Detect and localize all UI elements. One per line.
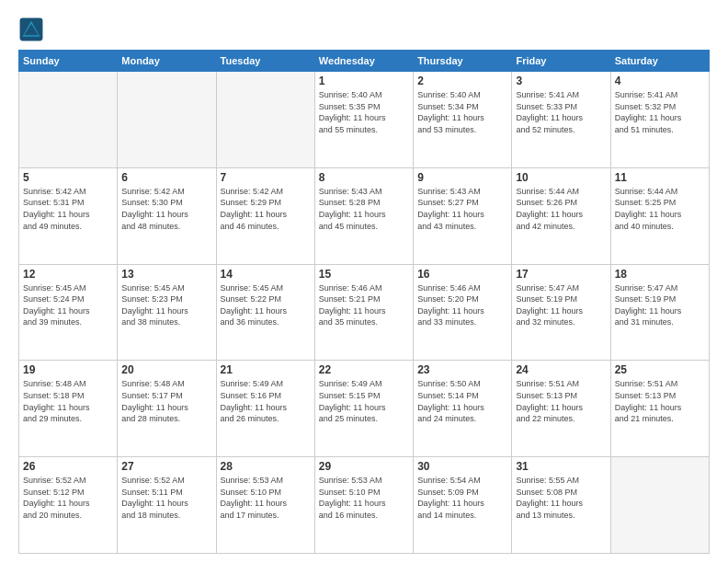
- day-info: Sunrise: 5:47 AM Sunset: 5:19 PM Dayligh…: [615, 282, 705, 328]
- day-info: Sunrise: 5:53 AM Sunset: 5:10 PM Dayligh…: [221, 475, 311, 521]
- day-number: 14: [221, 268, 311, 281]
- day-cell: 7Sunrise: 5:42 AM Sunset: 5:29 PM Daylig…: [216, 167, 314, 264]
- day-number: 13: [121, 268, 211, 281]
- day-cell: 9Sunrise: 5:43 AM Sunset: 5:27 PM Daylig…: [414, 167, 512, 264]
- day-number: 30: [417, 460, 507, 473]
- day-number: 10: [516, 171, 606, 184]
- day-info: Sunrise: 5:52 AM Sunset: 5:11 PM Dayligh…: [121, 475, 211, 521]
- day-cell: 21Sunrise: 5:49 AM Sunset: 5:16 PM Dayli…: [216, 361, 314, 457]
- weekday-header-thursday: Thursday: [414, 51, 512, 72]
- week-row-1: 5Sunrise: 5:42 AM Sunset: 5:31 PM Daylig…: [19, 167, 710, 264]
- day-cell: [610, 457, 709, 554]
- day-number: 23: [417, 363, 507, 376]
- day-cell: 28Sunrise: 5:53 AM Sunset: 5:10 PM Dayli…: [216, 457, 314, 554]
- day-cell: 6Sunrise: 5:42 AM Sunset: 5:30 PM Daylig…: [118, 167, 216, 264]
- day-number: 20: [121, 363, 211, 376]
- day-number: 22: [319, 363, 409, 376]
- day-number: 2: [417, 75, 507, 87]
- day-info: Sunrise: 5:49 AM Sunset: 5:15 PM Dayligh…: [319, 378, 409, 424]
- day-number: 15: [319, 268, 409, 281]
- weekday-header-row: SundayMondayTuesdayWednesdayThursdayFrid…: [19, 51, 710, 72]
- day-cell: 24Sunrise: 5:51 AM Sunset: 5:13 PM Dayli…: [512, 361, 610, 457]
- day-number: 27: [121, 460, 211, 473]
- weekday-header-monday: Monday: [118, 51, 216, 72]
- day-cell: 22Sunrise: 5:49 AM Sunset: 5:15 PM Dayli…: [314, 361, 413, 457]
- day-cell: 16Sunrise: 5:46 AM Sunset: 5:20 PM Dayli…: [414, 264, 512, 361]
- day-cell: 14Sunrise: 5:45 AM Sunset: 5:22 PM Dayli…: [216, 264, 314, 361]
- day-info: Sunrise: 5:46 AM Sunset: 5:21 PM Dayligh…: [319, 282, 409, 328]
- day-number: 7: [221, 171, 311, 184]
- day-cell: 30Sunrise: 5:54 AM Sunset: 5:09 PM Dayli…: [414, 457, 512, 554]
- day-info: Sunrise: 5:48 AM Sunset: 5:18 PM Dayligh…: [23, 378, 113, 424]
- weekday-header-saturday: Saturday: [610, 51, 709, 72]
- week-row-4: 26Sunrise: 5:52 AM Sunset: 5:12 PM Dayli…: [19, 457, 710, 554]
- day-number: 19: [23, 363, 113, 376]
- day-number: 5: [23, 171, 113, 184]
- day-cell: 8Sunrise: 5:43 AM Sunset: 5:28 PM Daylig…: [314, 167, 413, 264]
- calendar-table: SundayMondayTuesdayWednesdayThursdayFrid…: [18, 50, 710, 554]
- day-info: Sunrise: 5:46 AM Sunset: 5:20 PM Dayligh…: [417, 282, 507, 328]
- day-number: 25: [615, 363, 705, 376]
- day-number: 9: [417, 171, 507, 184]
- weekday-header-tuesday: Tuesday: [216, 51, 314, 72]
- week-row-0: 1Sunrise: 5:40 AM Sunset: 5:35 PM Daylig…: [19, 72, 710, 168]
- day-info: Sunrise: 5:51 AM Sunset: 5:13 PM Dayligh…: [615, 378, 705, 424]
- day-info: Sunrise: 5:53 AM Sunset: 5:10 PM Dayligh…: [319, 475, 409, 521]
- day-number: 28: [221, 460, 311, 473]
- day-number: 17: [516, 268, 606, 281]
- day-cell: 26Sunrise: 5:52 AM Sunset: 5:12 PM Dayli…: [19, 457, 118, 554]
- day-info: Sunrise: 5:43 AM Sunset: 5:28 PM Dayligh…: [319, 186, 409, 232]
- day-cell: 4Sunrise: 5:41 AM Sunset: 5:32 PM Daylig…: [610, 72, 709, 168]
- day-cell: 20Sunrise: 5:48 AM Sunset: 5:17 PM Dayli…: [118, 361, 216, 457]
- day-cell: 19Sunrise: 5:48 AM Sunset: 5:18 PM Dayli…: [19, 361, 118, 457]
- day-cell: 1Sunrise: 5:40 AM Sunset: 5:35 PM Daylig…: [314, 72, 413, 168]
- day-info: Sunrise: 5:49 AM Sunset: 5:16 PM Dayligh…: [221, 378, 311, 424]
- day-number: 21: [221, 363, 311, 376]
- day-info: Sunrise: 5:45 AM Sunset: 5:24 PM Dayligh…: [23, 282, 113, 328]
- day-info: Sunrise: 5:47 AM Sunset: 5:19 PM Dayligh…: [516, 282, 606, 328]
- day-info: Sunrise: 5:42 AM Sunset: 5:29 PM Dayligh…: [221, 186, 311, 232]
- weekday-header-friday: Friday: [512, 51, 610, 72]
- day-cell: 29Sunrise: 5:53 AM Sunset: 5:10 PM Dayli…: [314, 457, 413, 554]
- day-info: Sunrise: 5:41 AM Sunset: 5:33 PM Dayligh…: [516, 89, 606, 135]
- day-info: Sunrise: 5:43 AM Sunset: 5:27 PM Dayligh…: [417, 186, 507, 232]
- day-info: Sunrise: 5:44 AM Sunset: 5:26 PM Dayligh…: [516, 186, 606, 232]
- day-cell: [118, 72, 216, 168]
- day-info: Sunrise: 5:45 AM Sunset: 5:22 PM Dayligh…: [221, 282, 311, 328]
- day-cell: [19, 72, 118, 168]
- day-cell: 15Sunrise: 5:46 AM Sunset: 5:21 PM Dayli…: [314, 264, 413, 361]
- week-row-2: 12Sunrise: 5:45 AM Sunset: 5:24 PM Dayli…: [19, 264, 710, 361]
- day-cell: [216, 72, 314, 168]
- day-info: Sunrise: 5:52 AM Sunset: 5:12 PM Dayligh…: [23, 475, 113, 521]
- day-info: Sunrise: 5:40 AM Sunset: 5:34 PM Dayligh…: [417, 89, 507, 135]
- day-cell: 2Sunrise: 5:40 AM Sunset: 5:34 PM Daylig…: [414, 72, 512, 168]
- day-number: 4: [615, 75, 705, 87]
- day-cell: 5Sunrise: 5:42 AM Sunset: 5:31 PM Daylig…: [19, 167, 118, 264]
- day-number: 8: [319, 171, 409, 184]
- day-number: 1: [319, 75, 409, 87]
- day-cell: 18Sunrise: 5:47 AM Sunset: 5:19 PM Dayli…: [610, 264, 709, 361]
- day-info: Sunrise: 5:41 AM Sunset: 5:32 PM Dayligh…: [615, 89, 705, 135]
- day-info: Sunrise: 5:55 AM Sunset: 5:08 PM Dayligh…: [516, 475, 606, 521]
- day-number: 11: [615, 171, 705, 184]
- day-info: Sunrise: 5:54 AM Sunset: 5:09 PM Dayligh…: [417, 475, 507, 521]
- day-number: 12: [23, 268, 113, 281]
- day-info: Sunrise: 5:42 AM Sunset: 5:30 PM Dayligh…: [121, 186, 211, 232]
- day-number: 31: [516, 460, 606, 473]
- weekday-header-sunday: Sunday: [19, 51, 118, 72]
- day-cell: 17Sunrise: 5:47 AM Sunset: 5:19 PM Dayli…: [512, 264, 610, 361]
- day-cell: 10Sunrise: 5:44 AM Sunset: 5:26 PM Dayli…: [512, 167, 610, 264]
- day-number: 3: [516, 75, 606, 87]
- logo: [18, 17, 48, 42]
- day-cell: 11Sunrise: 5:44 AM Sunset: 5:25 PM Dayli…: [610, 167, 709, 264]
- day-number: 16: [417, 268, 507, 281]
- day-cell: 25Sunrise: 5:51 AM Sunset: 5:13 PM Dayli…: [610, 361, 709, 457]
- day-info: Sunrise: 5:40 AM Sunset: 5:35 PM Dayligh…: [319, 89, 409, 135]
- logo-icon: [18, 17, 44, 42]
- day-number: 26: [23, 460, 113, 473]
- week-row-3: 19Sunrise: 5:48 AM Sunset: 5:18 PM Dayli…: [19, 361, 710, 457]
- day-info: Sunrise: 5:48 AM Sunset: 5:17 PM Dayligh…: [121, 378, 211, 424]
- day-cell: 3Sunrise: 5:41 AM Sunset: 5:33 PM Daylig…: [512, 72, 610, 168]
- day-number: 6: [121, 171, 211, 184]
- day-info: Sunrise: 5:44 AM Sunset: 5:25 PM Dayligh…: [615, 186, 705, 232]
